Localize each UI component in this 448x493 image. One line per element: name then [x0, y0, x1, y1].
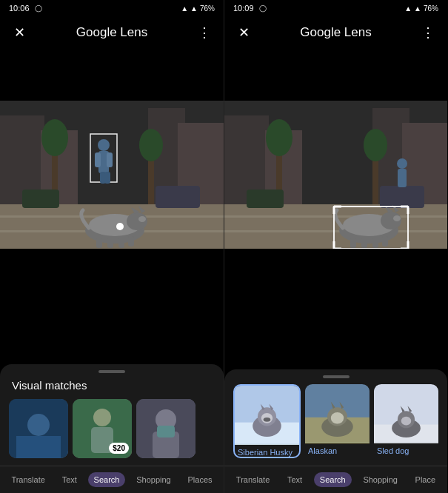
- tab-translate-left[interactable]: Translate: [5, 472, 50, 487]
- tab-places-left[interactable]: Places: [182, 472, 218, 487]
- visual-matches-title: Visual matches: [0, 379, 224, 399]
- svg-point-9: [41, 119, 68, 156]
- svg-rect-57: [398, 169, 407, 187]
- svg-point-53: [364, 129, 387, 161]
- dog-results-row: Siberian Husky Alaskan: [224, 384, 447, 466]
- close-button-left[interactable]: ✕: [9, 22, 30, 43]
- tab-text-label-right: Text: [287, 475, 302, 484]
- status-time-left: 10:06 ◯: [9, 4, 42, 13]
- husky-svg: [235, 386, 299, 445]
- nav-tabs-left: Translate Text Search Shopping Places: [0, 466, 224, 493]
- black-top-left: [0, 49, 224, 101]
- svg-rect-67: [382, 236, 388, 246]
- results-row-left: $20: [0, 399, 224, 466]
- app-title-right: Google Lens: [300, 25, 371, 40]
- tab-search-left[interactable]: Search: [88, 472, 126, 487]
- tab-places-label-left: Places: [188, 475, 213, 484]
- tab-text-right[interactable]: Text: [281, 472, 308, 487]
- battery-left: 76%: [200, 4, 215, 13]
- svg-rect-49: [224, 230, 447, 232]
- app-title-left: Google Lens: [76, 25, 147, 40]
- svg-rect-66: [372, 238, 378, 248]
- close-button-right[interactable]: ✕: [233, 22, 254, 43]
- panel-handle-right: [323, 375, 350, 378]
- thumb1-svg: [9, 399, 68, 458]
- svg-rect-27: [95, 152, 101, 167]
- tab-places-label-right: Place: [415, 475, 436, 484]
- camera-viewfinder-right[interactable]: [224, 49, 447, 369]
- tab-shopping-label-right: Shopping: [363, 475, 398, 484]
- bottom-panel-left: Visual matches $20: [0, 364, 224, 493]
- svg-point-61: [393, 215, 401, 221]
- bottom-panel-right: Siberian Husky Alaskan: [224, 369, 447, 493]
- tab-shopping-right[interactable]: Shopping: [357, 472, 404, 487]
- svg-rect-41: [157, 426, 175, 437]
- more-button-left[interactable]: ⋮: [194, 22, 215, 43]
- dog-card-siberian[interactable]: Siberian Husky: [233, 384, 301, 458]
- wifi-icon-left: ▲: [190, 4, 198, 13]
- result-thumb-1[interactable]: [9, 399, 68, 458]
- svg-rect-20: [96, 238, 102, 248]
- alaskan-thumb: [305, 384, 370, 443]
- wifi-icon-right: ▲: [414, 4, 421, 13]
- signal-icon-left: ▲: [181, 4, 188, 13]
- alaskan-label: Alaskan: [305, 443, 370, 455]
- svg-point-34: [27, 414, 50, 436]
- tab-shopping-left[interactable]: Shopping: [130, 472, 177, 487]
- camera-viewfinder-left[interactable]: [0, 49, 224, 364]
- svg-rect-33: [16, 436, 61, 458]
- dog-card-alaskan[interactable]: Alaskan: [305, 384, 370, 458]
- svg-rect-30: [104, 172, 110, 184]
- sled-svg: [374, 384, 438, 443]
- nav-tabs-right: Translate Text Search Shopping Place: [224, 466, 447, 493]
- black-top-right: [224, 49, 447, 101]
- svg-point-11: [139, 129, 163, 161]
- tab-translate-label-right: Translate: [236, 475, 270, 484]
- svg-point-96: [401, 417, 412, 426]
- panel-handle-left: [98, 370, 125, 373]
- status-time-right: 10:09 ◯: [233, 4, 267, 13]
- svg-rect-23: [128, 236, 134, 246]
- street-scene-right: [224, 101, 447, 249]
- battery-right: 76%: [424, 4, 438, 13]
- notif-icon: ◯: [35, 4, 42, 12]
- tab-search-label-left: Search: [94, 475, 120, 484]
- signal-icon-right: ▲: [404, 4, 412, 13]
- svg-rect-21: [107, 238, 113, 248]
- result-thumb-3[interactable]: [136, 399, 195, 458]
- dog-card-sled[interactable]: Sled dog: [374, 384, 438, 458]
- tab-text-left[interactable]: Text: [56, 472, 83, 487]
- svg-point-17: [138, 216, 146, 222]
- more-button-right[interactable]: ⋮: [418, 22, 438, 43]
- svg-point-84: [264, 417, 271, 422]
- sled-thumb: [374, 384, 438, 443]
- svg-point-56: [397, 158, 407, 169]
- tab-text-label-left: Text: [62, 475, 77, 484]
- husky-thumb: [235, 386, 299, 445]
- top-bar-right: ✕ Google Lens ⋮: [224, 16, 447, 49]
- street-scene-left: [0, 101, 224, 249]
- tab-places-right[interactable]: Place: [409, 472, 442, 487]
- husky-label: Siberian Husky: [235, 445, 299, 457]
- panel-left: 10:06 ◯ ▲ ▲ 76% ✕ Google Lens ⋮: [0, 0, 224, 493]
- svg-point-89: [331, 412, 344, 423]
- status-icons-right: ▲ ▲ 76%: [404, 4, 438, 13]
- svg-point-36: [93, 409, 111, 426]
- notif-icon-right: ◯: [259, 4, 267, 12]
- panel-right: 10:09 ◯ ▲ ▲ 76% ✕ Google Lens ⋮: [224, 0, 447, 493]
- thumb3-svg: [136, 399, 195, 458]
- scene-svg-left: [0, 101, 224, 249]
- svg-point-51: [266, 119, 292, 156]
- sled-label: Sled dog: [374, 443, 438, 455]
- svg-rect-64: [350, 238, 356, 248]
- price-badge: $20: [109, 443, 129, 454]
- scene-svg-right: [224, 101, 447, 249]
- tab-shopping-label-left: Shopping: [136, 475, 171, 484]
- svg-rect-28: [107, 152, 113, 167]
- svg-rect-54: [380, 186, 424, 208]
- tab-translate-right[interactable]: Translate: [230, 472, 275, 487]
- svg-point-25: [98, 139, 110, 151]
- result-thumb-2[interactable]: $20: [73, 399, 132, 458]
- tab-search-right[interactable]: Search: [314, 472, 352, 487]
- alaskan-svg: [305, 384, 370, 443]
